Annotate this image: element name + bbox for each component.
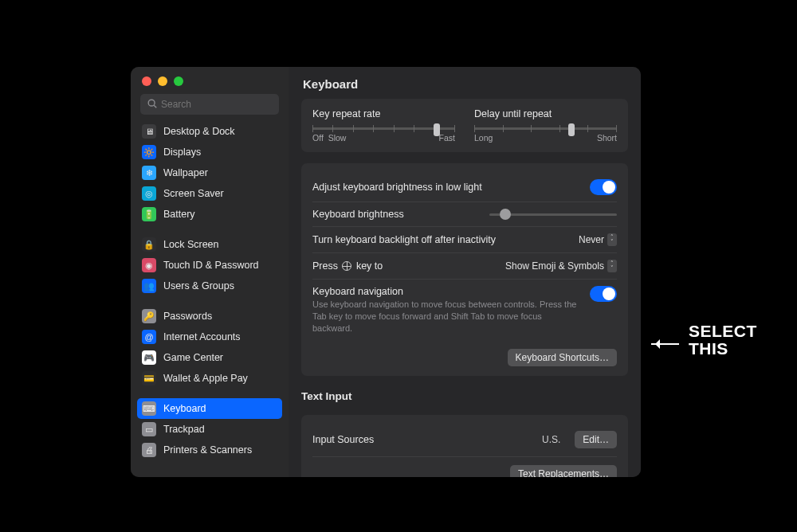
delay-until-repeat-label: Delay until repeat [474,108,617,119]
text-replacements-button[interactable]: Text Replacements… [510,465,617,477]
sidebar-item-label: Trackpad [163,424,205,435]
sidebar-icon: ▭ [142,422,156,436]
annotation-overlay: SELECTTHIS [651,323,757,358]
key-repeat-rate-slider[interactable] [312,127,455,130]
sidebar-icon: 🎮 [142,350,156,365]
press-globe-key-value: Show Emoji & Symbols [505,260,604,272]
repeat-sliders-card: Key repeat rate Off Slow Fast Delay unti… [301,99,628,152]
sidebar-item-label: Printers & Scanners [163,444,252,456]
delay-long-label: Long [474,133,493,143]
main-panel: Keyboard Key repeat rate Off Slow Fast [289,67,641,477]
sidebar-icon: ◉ [142,258,156,272]
sidebar-item-touch-id-password[interactable]: ◉Touch ID & Password [137,255,282,276]
key-repeat-rate-thumb[interactable] [434,123,440,136]
search-wrap [131,94,289,121]
globe-icon [342,261,351,271]
keyboard-navigation-description: Use keyboard navigation to move focus be… [312,299,577,334]
press-globe-key-popup[interactable]: Show Emoji & Symbols ˄˅ [505,260,617,272]
minimize-window-button[interactable] [158,76,167,86]
sidebar-item-passwords[interactable]: 🔑Passwords [137,306,282,327]
sidebar-item-label: Desktop & Dock [163,126,235,137]
sidebar-item-label: Wallpaper [163,167,208,178]
sidebar-icon: ⌨ [142,401,156,416]
keyboard-shortcuts-button[interactable]: Keyboard Shortcuts… [508,349,617,366]
sidebar-item-label: Screen Saver [163,188,224,199]
sidebar-item-label: Game Center [163,352,223,363]
backlight-off-value: Never [579,234,604,245]
annotation-arrow-icon [651,343,679,345]
settings-window: 🖥Desktop & Dock🔆Displays❄Wallpaper◎Scree… [131,67,641,477]
sidebar-icon: 🔆 [142,145,156,159]
sidebar-item-label: Internet Accounts [163,331,241,342]
keyboard-brightness-label: Keyboard brightness [312,209,404,220]
sidebar-item-desktop-dock[interactable]: 🖥Desktop & Dock [137,121,282,142]
text-input-card: Input Sources U.S. Edit… Text Replacemen… [301,415,628,477]
sidebar-item-trackpad[interactable]: ▭Trackpad [137,419,282,440]
sidebar-item-label: Displays [163,147,201,158]
keyboard-brightness-thumb[interactable] [500,209,511,220]
sidebar-item-users-groups[interactable]: 👥Users & Groups [137,276,282,296]
keyboard-navigation-toggle[interactable] [590,286,617,302]
page-title: Keyboard [289,67,641,99]
sidebar-item-label: Lock Screen [163,239,218,250]
sidebar-item-battery[interactable]: 🔋Battery [137,204,282,225]
sidebar-item-lock-screen[interactable]: 🔒Lock Screen [137,234,282,255]
chevrons-icon: ˄˅ [607,233,617,246]
sidebar-icon: @ [142,330,156,344]
sidebar-item-label: Touch ID & Password [163,260,259,271]
sidebar-item-label: Wallet & Apple Pay [163,373,248,384]
sidebar-icon: 🔋 [142,207,156,221]
sidebar-icon: 🔒 [142,237,156,252]
sidebar-icon: ◎ [142,186,156,201]
sidebar-item-label: Battery [163,209,195,220]
text-input-section-title: Text Input [301,390,628,402]
search-icon [147,98,158,109]
svg-point-0 [148,100,155,106]
close-window-button[interactable] [142,76,151,86]
sidebar-icon: 🔑 [142,309,156,323]
sidebar-icon: 👥 [142,279,156,293]
input-sources-label: Input Sources [312,434,374,445]
sidebar-item-label: Users & Groups [163,280,234,291]
input-sources-value: U.S. [542,434,560,445]
delay-until-repeat-slider[interactable] [474,127,617,130]
sidebar-item-wallet-apple-pay[interactable]: 💳Wallet & Apple Pay [137,368,282,389]
annotation-text: SELECTTHIS [689,323,757,358]
sidebar-icon: 🖨 [142,443,156,457]
adjust-brightness-label: Adjust keyboard brightness in low light [312,182,482,193]
sidebar-item-printers-scanners[interactable]: 🖨Printers & Scanners [137,440,282,460]
window-controls [131,67,289,94]
main-scroll: Key repeat rate Off Slow Fast Delay unti… [289,99,641,477]
sidebar-item-displays[interactable]: 🔆Displays [137,142,282,162]
sidebar-item-internet-accounts[interactable]: @Internet Accounts [137,327,282,347]
zoom-window-button[interactable] [174,76,183,86]
sidebar-icon: ❄ [142,166,156,180]
sidebar-item-game-center[interactable]: 🎮Game Center [137,347,282,368]
delay-short-label: Short [597,133,617,143]
delay-until-repeat-block: Delay until repeat Long Short [474,108,617,143]
sidebar-item-label: Passwords [163,311,212,322]
sidebar-icon: 💳 [142,371,156,385]
sidebar-icon: 🖥 [142,124,156,139]
repeat-off-label: Off [312,133,324,143]
sidebar-item-wallpaper[interactable]: ❄Wallpaper [137,162,282,183]
backlight-off-label: Turn keyboard backlight off after inacti… [312,234,496,245]
chevrons-icon: ˄˅ [607,260,617,272]
sidebar-item-label: Keyboard [163,403,206,414]
adjust-brightness-toggle[interactable] [590,179,617,195]
keyboard-brightness-slider[interactable] [489,213,617,216]
keyboard-options-card: Adjust keyboard brightness in low light … [301,163,628,376]
press-globe-key-label: Press key to [312,260,383,272]
repeat-fast-label: Fast [439,133,455,143]
sidebar-nav: 🖥Desktop & Dock🔆Displays❄Wallpaper◎Scree… [131,121,289,474]
svg-line-1 [154,105,156,108]
input-sources-edit-button[interactable]: Edit… [575,431,617,448]
sidebar-item-screen-saver[interactable]: ◎Screen Saver [137,183,282,204]
backlight-off-popup[interactable]: Never ˄˅ [579,233,617,246]
key-repeat-rate-label: Key repeat rate [312,108,455,119]
repeat-slow-label: Slow [328,133,347,143]
search-input[interactable] [140,94,279,115]
sidebar-item-keyboard[interactable]: ⌨Keyboard [137,398,282,419]
delay-until-repeat-thumb[interactable] [568,123,575,136]
sidebar: 🖥Desktop & Dock🔆Displays❄Wallpaper◎Scree… [131,67,289,477]
